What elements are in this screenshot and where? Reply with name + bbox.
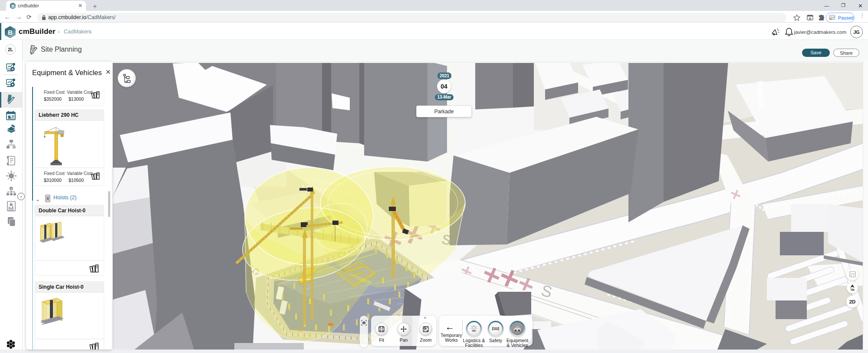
- svg-text:B: B: [11, 4, 14, 8]
- svg-text:B: B: [8, 29, 13, 36]
- svg-text:TN: TN: [850, 288, 854, 291]
